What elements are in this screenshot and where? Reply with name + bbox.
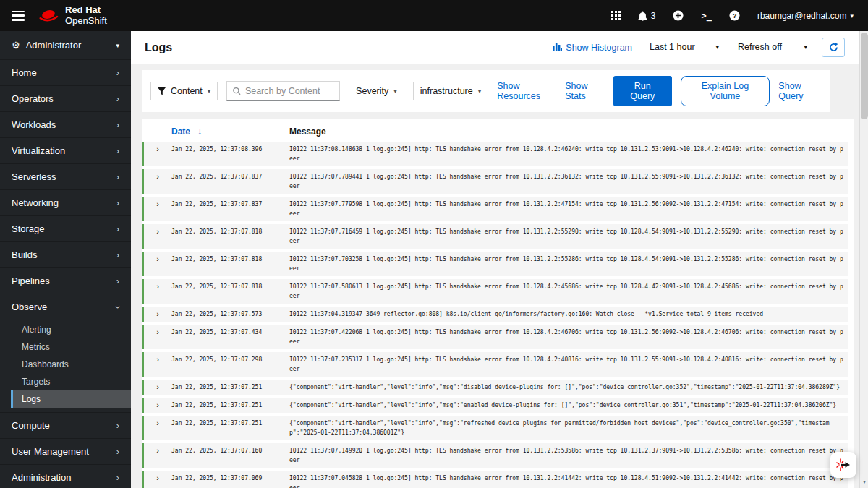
table-row: › Jan 22, 2025, 12:37:07.251 {"component…	[142, 398, 848, 413]
show-histogram-link[interactable]: Show Histogram	[553, 43, 632, 53]
chevron-down-icon: ›	[115, 305, 121, 308]
expand-chevron-icon[interactable]: ›	[144, 419, 171, 427]
terminal-button[interactable]: >_	[701, 11, 711, 21]
sidebar-item-operators[interactable]: Operators ›	[0, 85, 131, 111]
refresh-button[interactable]	[822, 38, 845, 57]
expand-chevron-icon[interactable]: ›	[144, 355, 171, 364]
brand-line1: Red Hat	[65, 5, 107, 15]
import-button[interactable]	[673, 10, 684, 21]
severity-label: Severity	[356, 86, 388, 96]
expand-chevron-icon[interactable]: ›	[144, 254, 171, 263]
brand-logo: Red Hat OpenShift	[38, 5, 107, 26]
expand-chevron-icon[interactable]: ›	[144, 401, 171, 409]
run-query-button[interactable]: Run Query	[613, 76, 671, 106]
expand-chevron-icon[interactable]: ›	[144, 382, 171, 391]
expand-chevron-icon[interactable]: ›	[144, 282, 171, 291]
log-message: I0122 11:37:07.580613 1 log.go:245] http…	[289, 282, 845, 301]
sidebar: ⚙ Administrator ▾ Home › Operators › Wor…	[0, 31, 131, 488]
chevron-right-icon: ›	[116, 423, 119, 429]
sidebar-item-administration[interactable]: Administration ›	[0, 464, 131, 488]
search-icon	[233, 87, 241, 95]
content-filter-select[interactable]: Content ▾	[150, 82, 218, 100]
sidebar-item-networking[interactable]: Networking ›	[0, 189, 131, 215]
help-button[interactable]: ?	[729, 10, 740, 21]
expand-chevron-icon[interactable]: ›	[144, 446, 171, 455]
log-date: Jan 22, 2025, 12:37:07.251	[171, 419, 289, 428]
refresh-interval-select[interactable]: Refresh off ▾	[733, 39, 809, 56]
hamburger-menu-icon[interactable]	[12, 11, 25, 21]
sidebar-item-metrics[interactable]: Metrics	[11, 338, 131, 356]
log-date: Jan 22, 2025, 12:37:07.298	[171, 355, 289, 364]
sidebar-item-compute[interactable]: Compute ›	[0, 412, 131, 438]
show-stats-link[interactable]: Show Stats	[565, 81, 605, 101]
gear-icon: ⚙	[12, 40, 20, 51]
sidebar-item-storage[interactable]: Storage ›	[0, 215, 131, 241]
expand-chevron-icon[interactable]: ›	[144, 328, 171, 336]
sidebar-item-dashboards[interactable]: Dashboards	[11, 356, 131, 373]
main-content: Logs Show Histogram Last 1 hour ▾ Refres…	[131, 31, 859, 488]
table-row: › Jan 22, 2025, 12:37:07.160 I0122 11:37…	[142, 443, 848, 468]
expand-chevron-icon[interactable]: ›	[144, 309, 171, 318]
sidebar-item-user-management[interactable]: User Management ›	[0, 438, 131, 464]
floating-assistant-button[interactable]	[830, 452, 856, 478]
log-date: Jan 22, 2025, 12:37:07.573	[171, 309, 289, 319]
user-menu[interactable]: rbaumgar@redhat.com ▾	[757, 11, 854, 21]
refresh-interval-value: Refresh off	[738, 42, 782, 52]
search-input[interactable]	[245, 86, 333, 96]
expand-chevron-icon[interactable]: ›	[144, 200, 171, 208]
time-range-select[interactable]: Last 1 hour ▾	[645, 39, 720, 56]
brand-line2: OpenShift	[65, 16, 107, 26]
perspective-switcher[interactable]: ⚙ Administrator ▾	[0, 31, 131, 60]
severity-select[interactable]: Severity ▾	[349, 82, 404, 100]
sidebar-item-pipelines[interactable]: Pipelines ›	[0, 267, 131, 294]
table-row: › Jan 22, 2025, 12:37:07.251 {"component…	[142, 416, 848, 440]
expand-chevron-icon[interactable]: ›	[144, 227, 171, 236]
log-message: {"component":"virt-handler","level":"inf…	[289, 382, 845, 392]
vertical-scrollbar[interactable]: ▾	[859, 31, 868, 488]
filter-icon	[158, 87, 166, 95]
expand-chevron-icon[interactable]: ›	[144, 172, 171, 181]
sidebar-item-label: Virtualization	[12, 145, 65, 156]
scrollbar-thumb[interactable]	[861, 33, 868, 119]
sidebar-item-label: Storage	[12, 223, 45, 234]
log-rows: › Jan 22, 2025, 12:37:08.396 I0122 11:37…	[142, 142, 848, 488]
table-row: › Jan 22, 2025, 12:37:07.818 I0122 11:37…	[142, 224, 848, 249]
log-message: {"component":"virt-handler","level":"inf…	[289, 401, 845, 410]
expand-chevron-icon[interactable]: ›	[144, 474, 171, 482]
log-message: I0122 11:37:07.045828 1 log.go:245] http…	[289, 474, 845, 488]
sidebar-item-alerting[interactable]: Alerting	[11, 321, 131, 338]
show-histogram-label: Show Histogram	[566, 43, 632, 53]
content-filter-label: Content	[171, 86, 203, 96]
table-row: › Jan 22, 2025, 12:37:07.251 {"component…	[142, 380, 848, 395]
sidebar-item-logs[interactable]: Logs	[11, 390, 131, 408]
sidebar-nav: Home › Operators › Workloads › Virtualiz…	[0, 60, 131, 488]
sidebar-item-home[interactable]: Home ›	[0, 60, 131, 85]
notifications-button[interactable]: 3	[638, 11, 656, 21]
table-row: › Jan 22, 2025, 12:37:07.298 I0122 11:37…	[142, 352, 848, 377]
expand-chevron-icon[interactable]: ›	[144, 145, 171, 153]
table-row: › Jan 22, 2025, 12:37:07.837 I0122 11:37…	[142, 197, 848, 221]
tenant-select[interactable]: infrastructure ▾	[413, 82, 488, 100]
app-launcher-button[interactable]	[611, 11, 621, 20]
caret-down-icon: ▾	[116, 42, 119, 49]
log-date: Jan 22, 2025, 12:37:07.818	[171, 254, 289, 264]
chevron-right-icon: ›	[116, 278, 119, 284]
sidebar-item-builds[interactable]: Builds ›	[0, 241, 131, 267]
sidebar-item-workloads[interactable]: Workloads ›	[0, 111, 131, 137]
date-column-header[interactable]: Date ↓	[171, 127, 289, 137]
notification-count-badge: 3	[651, 11, 656, 21]
sidebar-item-virtualization[interactable]: Virtualization ›	[0, 137, 131, 163]
scroll-down-arrow[interactable]: ▾	[860, 477, 868, 487]
sidebar-item-label: User Management	[12, 446, 89, 457]
sidebar-item-targets[interactable]: Targets	[11, 373, 131, 390]
username: rbaumgar@redhat.com	[757, 11, 847, 21]
sidebar-item-observe[interactable]: Observe ›	[0, 294, 131, 320]
log-date: Jan 22, 2025, 12:37:07.160	[171, 446, 289, 455]
caret-down-icon: ▾	[393, 87, 397, 95]
sidebar-item-serverless[interactable]: Serverless ›	[0, 163, 131, 189]
sidebar-item-label: Serverless	[12, 171, 56, 182]
caret-down-icon: ▾	[850, 12, 854, 20]
explain-log-volume-button[interactable]: Explain Log Volume	[681, 76, 770, 106]
show-query-link[interactable]: Show Query	[778, 81, 822, 101]
show-resources-link[interactable]: Show Resources	[497, 81, 556, 101]
